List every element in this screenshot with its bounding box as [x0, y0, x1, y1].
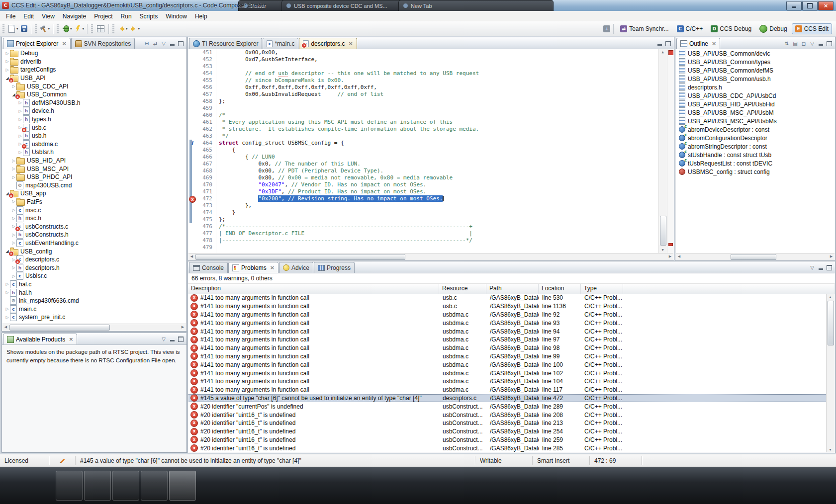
tab-svn-repositories[interactable]: SVN Repositories: [71, 38, 135, 49]
scroll-left-icon[interactable]: ◀: [2, 324, 9, 330]
titlebar[interactable]: C CCS Edit - GAS86xyB_Datalogger&Demokit…: [0, 0, 836, 11]
hide-static-icon[interactable]: ◻: [800, 40, 807, 47]
scroll-up-icon[interactable]: ▲: [827, 294, 834, 300]
problem-row[interactable]: x#20 identifier "uint16_t" is undefinedu…: [188, 444, 827, 452]
menu-navigate[interactable]: Navigate: [59, 12, 90, 21]
column-location[interactable]: Location: [539, 284, 581, 294]
tree-item-main-c[interactable]: ▷cmain.c: [2, 305, 186, 313]
taskbar-window-button[interactable]: [56, 471, 83, 501]
maximize-view-icon[interactable]: [177, 336, 184, 342]
scroll-down-icon[interactable]: ▼: [827, 446, 834, 452]
problem-row[interactable]: x#141 too many arguments in function cal…: [188, 294, 827, 302]
tree-item-descriptors-h[interactable]: ▷hdescriptors.h: [2, 263, 186, 272]
background-window-tab-usb-composite-device-cdc-and-ms[interactable]: USB composite device CDC and MS...: [281, 0, 407, 11]
menu-project[interactable]: Project: [90, 12, 116, 21]
sort-icon[interactable]: ⇅: [783, 40, 790, 47]
outline-item-abromconfigurationdescriptor[interactable]: cabromConfigurationDescriptor: [676, 134, 835, 142]
tree-item-usb-config[interactable]: ◢xUSB_config: [2, 247, 186, 255]
outline-hscrollbar[interactable]: ◀ ▶: [676, 253, 835, 260]
scroll-up-icon[interactable]: ▲: [659, 49, 666, 55]
tree-item-usb-app[interactable]: ◢xUSB_app: [2, 189, 186, 198]
outline-item-usb-api-usb-common-defms[interactable]: USB_API/USB_Common/defMS: [676, 66, 835, 75]
expand-arrow-icon[interactable]: ▷: [4, 51, 10, 56]
tree-item-usb-h[interactable]: ▷husb.h: [2, 132, 186, 140]
taskbar-window-button[interactable]: [169, 471, 196, 501]
outline-item-usb-api-usb-common-usb-h[interactable]: USB_API/USB_Common/usb.h: [676, 75, 835, 83]
outline-item-usb-api-usb-common-types[interactable]: USB_API/USB_Common/types: [676, 58, 835, 66]
open-perspective-button[interactable]: +: [603, 25, 610, 32]
tree-item-hal-c[interactable]: ▷chal.c: [2, 280, 186, 289]
expand-arrow-icon[interactable]: ▷: [11, 216, 16, 221]
perspective-c-cpp[interactable]: CC/C++: [673, 23, 707, 34]
problem-row[interactable]: x#141 too many arguments in function cal…: [188, 369, 827, 377]
toolbar-grip[interactable]: [112, 24, 114, 33]
code-line[interactable]: 0xd7,&usbSetInterface,: [219, 56, 658, 63]
tab-console[interactable]: Console: [189, 262, 228, 273]
tree-item-usb-c[interactable]: ▷cxusb.c: [2, 123, 186, 132]
tree-item-usbdma-c[interactable]: ▷cxusbdma.c: [2, 140, 186, 149]
menu-view[interactable]: View: [38, 12, 59, 21]
minimize-view-icon[interactable]: [817, 40, 824, 47]
problem-row[interactable]: x#20 identifier "uint16_t" is undefinedu…: [188, 427, 827, 436]
toolbar-grip[interactable]: [35, 24, 37, 33]
tree-item-usbeventhandling-c[interactable]: ▷cusbEventHandling.c: [2, 239, 186, 248]
tree-item-descriptors-c[interactable]: ▷cxdescriptors.c: [2, 255, 186, 264]
scroll-left-icon[interactable]: ◀: [676, 253, 682, 259]
scroll-right-icon[interactable]: ▶: [180, 324, 186, 330]
tree-item-usbisr-c[interactable]: ▷cUsbIsr.c: [2, 272, 186, 280]
code-line[interactable]: };: [219, 216, 658, 223]
code-line[interactable]: * Every application using this MSC API m…: [219, 119, 658, 126]
problem-row[interactable]: x#141 too many arguments in function cal…: [188, 344, 827, 352]
problem-row[interactable]: x#141 too many arguments in function cal…: [188, 327, 827, 336]
code-line[interactable]: // end of usb descriptor -- this one wil…: [219, 70, 658, 77]
forward-button[interactable]: ▾: [129, 24, 141, 34]
code-line[interactable]: 0x0, // The number of this LUN.: [219, 161, 658, 168]
tree-item-system-pre-init-c[interactable]: ▷csystem_pre_init.c: [2, 313, 186, 322]
tab-problems[interactable]: Problems ×: [228, 262, 279, 273]
tree-item-msp430usb-cmd[interactable]: ⚙msp430USB.cmd: [2, 181, 186, 190]
tree-item-usbconstructs-h[interactable]: ▷husbConstructs.h: [2, 231, 186, 239]
collapse-all-icon[interactable]: ⊟: [143, 40, 150, 47]
column-resource[interactable]: Resource: [439, 284, 486, 294]
scrollbar-thumb[interactable]: [195, 254, 405, 260]
expand-arrow-icon[interactable]: ▷: [4, 68, 10, 72]
expand-arrow-icon[interactable]: ▷: [17, 150, 23, 155]
toolbar-grip[interactable]: [2, 24, 4, 33]
outline-item-stusbhandle[interactable]: cstUsbHandle : const struct tUsb: [676, 151, 835, 159]
outline-item-abromstringdescriptor[interactable]: cabromStringDescriptor : const: [676, 142, 835, 151]
outline-item-usb-api-usb-hid-api-usbhid[interactable]: USB_API/USB_HID_API/UsbHid: [676, 100, 835, 108]
code-line[interactable]: {: [219, 147, 658, 154]
hide-fields-icon[interactable]: ▤: [792, 40, 799, 47]
toolbar-grip[interactable]: [91, 24, 93, 33]
scrollbar-thumb[interactable]: [828, 301, 834, 345]
toolbar-grip[interactable]: [57, 24, 59, 33]
expand-arrow-icon[interactable]: ▷: [17, 134, 23, 138]
code-line[interactable]: 0x00,&usbInvalidRequest // end of list: [219, 91, 658, 98]
tab-available-products[interactable]: Available Products ×: [3, 334, 77, 344]
expand-arrow-icon[interactable]: ▷: [4, 315, 10, 320]
maximize-view-icon[interactable]: [826, 40, 833, 47]
code-line[interactable]: */: [219, 133, 658, 140]
perspective-team-synchronizing[interactable]: ⇄Team Synchr...: [617, 23, 672, 34]
outline-item-usb-api-usb-msc-api-usbms[interactable]: USB_API/USB_MSC_API/UsbMs: [676, 117, 835, 125]
tree-item-usb-phdc-api[interactable]: ▷USB_PHDC_API: [2, 173, 186, 181]
expand-arrow-icon[interactable]: ▷: [11, 241, 16, 245]
perspective-ccs-debug[interactable]: DCCS Debug: [707, 23, 755, 34]
tree-item-lnk-msp430f6636-cmd[interactable]: ⚙lnk_msp430f6636.cmd: [2, 297, 186, 305]
tree-item-msc-h[interactable]: ▷hmsc.h: [2, 214, 186, 223]
debug-button[interactable]: ▾: [61, 24, 73, 34]
problem-row[interactable]: x#141 too many arguments in function cal…: [188, 386, 827, 394]
code-line[interactable]: "0x2047", // Vendor ID. Has no impact on…: [219, 181, 658, 188]
code-line[interactable]: 0x00,0x00,: [219, 49, 658, 56]
outline-item-abromdevicedescriptor[interactable]: cabromDeviceDescriptor : const: [676, 125, 835, 134]
outline-item-usbmsc-config[interactable]: USBMSC_config : struct config: [676, 168, 835, 176]
tree-item-driverlib[interactable]: ▷driverlib: [2, 58, 186, 66]
scrollbar-thumb[interactable]: [660, 216, 666, 246]
expand-arrow-icon[interactable]: ▷: [17, 109, 23, 113]
problem-row[interactable]: x#141 too many arguments in function cal…: [188, 360, 827, 369]
tree-item-usb-msc-api[interactable]: ▷USB_MSC_API: [2, 165, 186, 173]
problem-row[interactable]: x#141 too many arguments in function cal…: [188, 302, 827, 311]
back-button[interactable]: ▾: [116, 24, 129, 34]
outline-item-usb-api-usb-common-devic[interactable]: USB_API/USB_Common/devic: [676, 49, 835, 58]
view-menu-icon[interactable]: ▽: [160, 336, 167, 342]
